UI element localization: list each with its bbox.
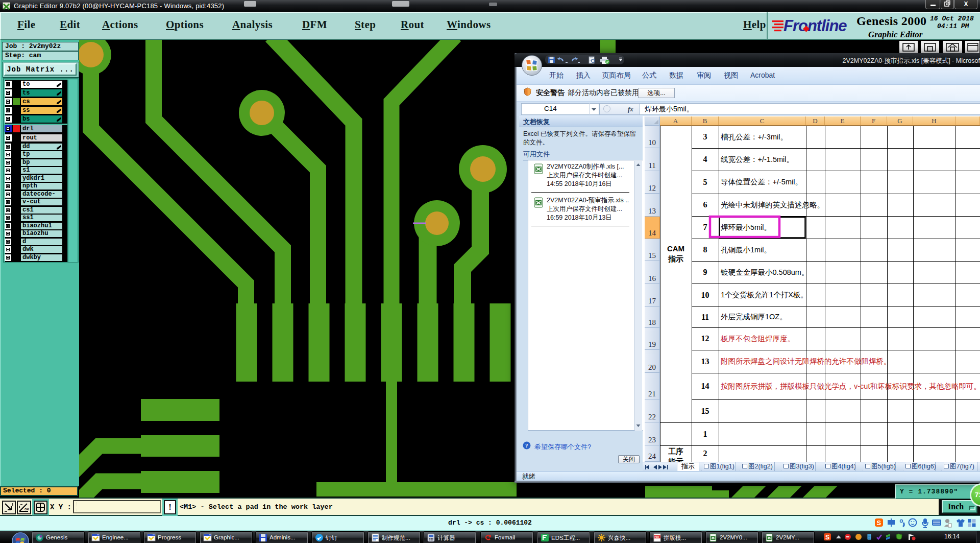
svg-text:S: S: [877, 519, 881, 527]
svg-text:S: S: [825, 534, 829, 541]
svg-text:OK: OK: [24, 508, 30, 511]
svg-text:?: ?: [525, 442, 528, 448]
svg-text:fx: fx: [628, 105, 633, 113]
svg-text:PDF: PDF: [654, 535, 659, 538]
